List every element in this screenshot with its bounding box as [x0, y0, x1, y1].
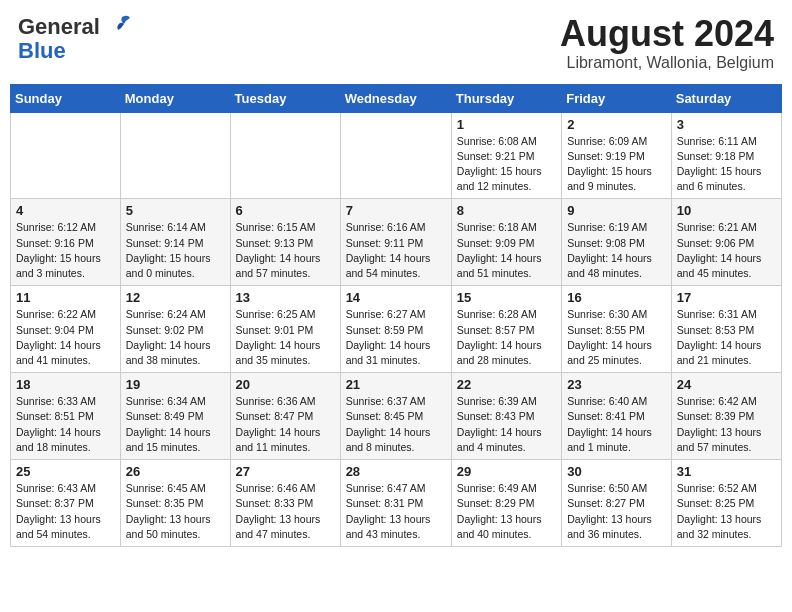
calendar-cell: 7Sunrise: 6:16 AMSunset: 9:11 PMDaylight…	[340, 199, 451, 286]
day-number: 6	[236, 203, 335, 218]
day-info-text: Sunrise: 6:46 AMSunset: 8:33 PMDaylight:…	[236, 481, 335, 542]
calendar-cell: 16Sunrise: 6:30 AMSunset: 8:55 PMDayligh…	[562, 286, 672, 373]
day-number: 28	[346, 464, 446, 479]
calendar-cell	[340, 112, 451, 199]
calendar-cell: 28Sunrise: 6:47 AMSunset: 8:31 PMDayligh…	[340, 460, 451, 547]
day-number: 5	[126, 203, 225, 218]
day-number: 26	[126, 464, 225, 479]
calendar-cell	[120, 112, 230, 199]
day-info-text: Sunrise: 6:49 AMSunset: 8:29 PMDaylight:…	[457, 481, 556, 542]
calendar-cell: 21Sunrise: 6:37 AMSunset: 8:45 PMDayligh…	[340, 373, 451, 460]
logo-general: General	[18, 14, 100, 40]
day-number: 23	[567, 377, 666, 392]
day-number: 4	[16, 203, 115, 218]
day-info-text: Sunrise: 6:43 AMSunset: 8:37 PMDaylight:…	[16, 481, 115, 542]
day-number: 18	[16, 377, 115, 392]
day-number: 2	[567, 117, 666, 132]
calendar-cell: 10Sunrise: 6:21 AMSunset: 9:06 PMDayligh…	[671, 199, 781, 286]
calendar-cell: 24Sunrise: 6:42 AMSunset: 8:39 PMDayligh…	[671, 373, 781, 460]
calendar-cell: 26Sunrise: 6:45 AMSunset: 8:35 PMDayligh…	[120, 460, 230, 547]
logo-blue: Blue	[18, 40, 66, 62]
calendar-cell: 5Sunrise: 6:14 AMSunset: 9:14 PMDaylight…	[120, 199, 230, 286]
calendar-cell: 12Sunrise: 6:24 AMSunset: 9:02 PMDayligh…	[120, 286, 230, 373]
calendar-cell: 17Sunrise: 6:31 AMSunset: 8:53 PMDayligh…	[671, 286, 781, 373]
day-number: 24	[677, 377, 776, 392]
day-info-text: Sunrise: 6:34 AMSunset: 8:49 PMDaylight:…	[126, 394, 225, 455]
day-info-text: Sunrise: 6:45 AMSunset: 8:35 PMDaylight:…	[126, 481, 225, 542]
day-info-text: Sunrise: 6:39 AMSunset: 8:43 PMDaylight:…	[457, 394, 556, 455]
weekday-header-saturday: Saturday	[671, 84, 781, 112]
calendar-cell: 27Sunrise: 6:46 AMSunset: 8:33 PMDayligh…	[230, 460, 340, 547]
day-info-text: Sunrise: 6:47 AMSunset: 8:31 PMDaylight:…	[346, 481, 446, 542]
weekday-header-friday: Friday	[562, 84, 672, 112]
weekday-header-thursday: Thursday	[451, 84, 561, 112]
day-number: 31	[677, 464, 776, 479]
day-number: 7	[346, 203, 446, 218]
day-number: 27	[236, 464, 335, 479]
calendar-cell: 15Sunrise: 6:28 AMSunset: 8:57 PMDayligh…	[451, 286, 561, 373]
day-info-text: Sunrise: 6:16 AMSunset: 9:11 PMDaylight:…	[346, 220, 446, 281]
day-number: 29	[457, 464, 556, 479]
logo-bird-icon	[102, 12, 132, 40]
day-number: 19	[126, 377, 225, 392]
day-info-text: Sunrise: 6:30 AMSunset: 8:55 PMDaylight:…	[567, 307, 666, 368]
day-number: 22	[457, 377, 556, 392]
day-number: 1	[457, 117, 556, 132]
day-number: 13	[236, 290, 335, 305]
day-info-text: Sunrise: 6:31 AMSunset: 8:53 PMDaylight:…	[677, 307, 776, 368]
day-number: 8	[457, 203, 556, 218]
calendar-week-row: 4Sunrise: 6:12 AMSunset: 9:16 PMDaylight…	[11, 199, 782, 286]
calendar-cell: 13Sunrise: 6:25 AMSunset: 9:01 PMDayligh…	[230, 286, 340, 373]
calendar-cell: 11Sunrise: 6:22 AMSunset: 9:04 PMDayligh…	[11, 286, 121, 373]
weekday-header-monday: Monday	[120, 84, 230, 112]
day-number: 30	[567, 464, 666, 479]
calendar-cell: 30Sunrise: 6:50 AMSunset: 8:27 PMDayligh…	[562, 460, 672, 547]
calendar-week-row: 11Sunrise: 6:22 AMSunset: 9:04 PMDayligh…	[11, 286, 782, 373]
calendar-cell	[230, 112, 340, 199]
calendar-cell: 31Sunrise: 6:52 AMSunset: 8:25 PMDayligh…	[671, 460, 781, 547]
calendar-week-row: 18Sunrise: 6:33 AMSunset: 8:51 PMDayligh…	[11, 373, 782, 460]
calendar-week-row: 1Sunrise: 6:08 AMSunset: 9:21 PMDaylight…	[11, 112, 782, 199]
logo: General Blue	[18, 14, 132, 62]
calendar-cell: 1Sunrise: 6:08 AMSunset: 9:21 PMDaylight…	[451, 112, 561, 199]
calendar-cell: 8Sunrise: 6:18 AMSunset: 9:09 PMDaylight…	[451, 199, 561, 286]
day-info-text: Sunrise: 6:50 AMSunset: 8:27 PMDaylight:…	[567, 481, 666, 542]
day-number: 11	[16, 290, 115, 305]
day-info-text: Sunrise: 6:15 AMSunset: 9:13 PMDaylight:…	[236, 220, 335, 281]
day-info-text: Sunrise: 6:22 AMSunset: 9:04 PMDaylight:…	[16, 307, 115, 368]
day-info-text: Sunrise: 6:40 AMSunset: 8:41 PMDaylight:…	[567, 394, 666, 455]
day-number: 12	[126, 290, 225, 305]
calendar-cell: 6Sunrise: 6:15 AMSunset: 9:13 PMDaylight…	[230, 199, 340, 286]
day-info-text: Sunrise: 6:11 AMSunset: 9:18 PMDaylight:…	[677, 134, 776, 195]
calendar-cell: 19Sunrise: 6:34 AMSunset: 8:49 PMDayligh…	[120, 373, 230, 460]
weekday-header-tuesday: Tuesday	[230, 84, 340, 112]
day-info-text: Sunrise: 6:21 AMSunset: 9:06 PMDaylight:…	[677, 220, 776, 281]
day-info-text: Sunrise: 6:12 AMSunset: 9:16 PMDaylight:…	[16, 220, 115, 281]
calendar-cell: 4Sunrise: 6:12 AMSunset: 9:16 PMDaylight…	[11, 199, 121, 286]
location-subtitle: Libramont, Wallonia, Belgium	[560, 54, 774, 72]
day-number: 20	[236, 377, 335, 392]
calendar-cell: 20Sunrise: 6:36 AMSunset: 8:47 PMDayligh…	[230, 373, 340, 460]
weekday-header-wednesday: Wednesday	[340, 84, 451, 112]
day-info-text: Sunrise: 6:24 AMSunset: 9:02 PMDaylight:…	[126, 307, 225, 368]
calendar-cell: 14Sunrise: 6:27 AMSunset: 8:59 PMDayligh…	[340, 286, 451, 373]
calendar-cell: 25Sunrise: 6:43 AMSunset: 8:37 PMDayligh…	[11, 460, 121, 547]
day-info-text: Sunrise: 6:14 AMSunset: 9:14 PMDaylight:…	[126, 220, 225, 281]
day-info-text: Sunrise: 6:25 AMSunset: 9:01 PMDaylight:…	[236, 307, 335, 368]
day-info-text: Sunrise: 6:08 AMSunset: 9:21 PMDaylight:…	[457, 134, 556, 195]
header: General Blue August 2024 Libramont, Wall…	[10, 10, 782, 76]
calendar-week-row: 25Sunrise: 6:43 AMSunset: 8:37 PMDayligh…	[11, 460, 782, 547]
day-info-text: Sunrise: 6:42 AMSunset: 8:39 PMDaylight:…	[677, 394, 776, 455]
day-info-text: Sunrise: 6:37 AMSunset: 8:45 PMDaylight:…	[346, 394, 446, 455]
day-info-text: Sunrise: 6:28 AMSunset: 8:57 PMDaylight:…	[457, 307, 556, 368]
day-info-text: Sunrise: 6:52 AMSunset: 8:25 PMDaylight:…	[677, 481, 776, 542]
day-info-text: Sunrise: 6:09 AMSunset: 9:19 PMDaylight:…	[567, 134, 666, 195]
calendar-cell: 22Sunrise: 6:39 AMSunset: 8:43 PMDayligh…	[451, 373, 561, 460]
day-number: 14	[346, 290, 446, 305]
calendar-cell: 23Sunrise: 6:40 AMSunset: 8:41 PMDayligh…	[562, 373, 672, 460]
day-number: 9	[567, 203, 666, 218]
month-year-title: August 2024	[560, 14, 774, 54]
calendar-cell: 18Sunrise: 6:33 AMSunset: 8:51 PMDayligh…	[11, 373, 121, 460]
day-number: 25	[16, 464, 115, 479]
day-info-text: Sunrise: 6:33 AMSunset: 8:51 PMDaylight:…	[16, 394, 115, 455]
